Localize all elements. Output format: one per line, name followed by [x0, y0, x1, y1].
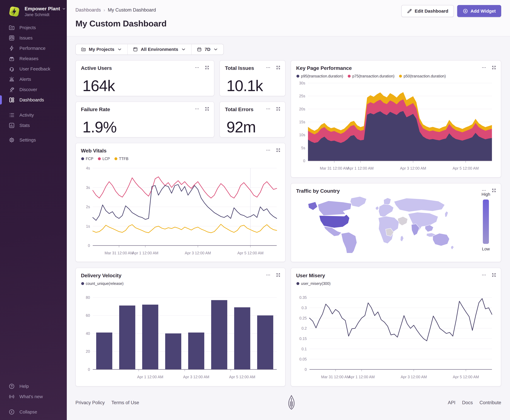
svg-text:Apr 3 12:00 AM: Apr 3 12:00 AM — [401, 375, 427, 379]
widget-expand-button[interactable] — [205, 106, 209, 111]
svg-text:Apr 1 12:00 AM: Apr 1 12:00 AM — [132, 251, 158, 255]
widget-expand-button[interactable] — [276, 106, 281, 111]
widget-menu-button[interactable] — [266, 106, 271, 111]
privacy-policy-link[interactable]: Privacy Policy — [75, 400, 105, 405]
widget-expand-button[interactable] — [276, 273, 281, 278]
widget-expand-button[interactable] — [491, 65, 496, 70]
ellipsis-icon — [266, 65, 271, 70]
sidebar-item-label: User Feedback — [19, 66, 50, 72]
legend-item-ttfb[interactable]: TTFB — [114, 157, 129, 161]
widget-expand-button[interactable] — [205, 65, 209, 70]
calendar-icon — [197, 47, 202, 52]
org-switcher[interactable]: Empower Plant Jane Schmidt — [7, 5, 66, 19]
widget-expand-button[interactable] — [276, 65, 281, 70]
sidebar-item-help[interactable]: Help — [0, 381, 67, 391]
add-widget-button[interactable]: Add Widget — [457, 5, 501, 17]
widget-expand-button[interactable] — [491, 273, 496, 278]
broadcast-icon — [8, 393, 15, 400]
sidebar-item-alerts[interactable]: Alerts — [0, 74, 67, 84]
expand-icon — [276, 273, 281, 278]
widget-menu-button[interactable] — [481, 273, 486, 278]
releases-icon — [8, 55, 15, 62]
docs-link[interactable]: Docs — [462, 400, 473, 405]
svg-text:15s: 15s — [299, 120, 305, 124]
svg-text:40: 40 — [86, 331, 90, 336]
svg-text:Apr 3 12:00 AM: Apr 3 12:00 AM — [400, 166, 426, 170]
sidebar-item-discover[interactable]: Discover — [0, 84, 67, 95]
widget-menu-button[interactable] — [481, 65, 486, 70]
legend-dot — [81, 157, 84, 160]
sidebar-item-projects[interactable]: Projects — [0, 22, 67, 33]
widget-menu-button[interactable] — [195, 106, 200, 111]
project-folder-icon — [81, 47, 86, 52]
sidebar-item-label: Releases — [19, 56, 38, 61]
time-range-filter[interactable]: 7D — [192, 44, 223, 54]
legend-item-lcp[interactable]: LCP — [98, 157, 110, 161]
project-filter[interactable]: My Projects — [76, 44, 127, 54]
svg-text:30s: 30s — [299, 81, 305, 85]
sidebar-item-label: Projects — [19, 25, 36, 30]
legend-dot — [296, 75, 299, 78]
sidebar-item-dashboards[interactable]: Dashboards — [0, 95, 67, 105]
edit-dashboard-label: Edit Dashboard — [415, 8, 448, 14]
org-name: Empower Plant — [25, 6, 60, 12]
map-canada — [318, 201, 352, 216]
api-link[interactable]: API — [448, 400, 455, 405]
widget-menu-button[interactable] — [266, 65, 271, 70]
filter-bar: My Projects All Environments 7D — [75, 44, 224, 55]
sidebar-item-releases[interactable]: Releases — [0, 53, 67, 64]
widget-expand-button[interactable] — [276, 148, 281, 153]
add-widget-label: Add Widget — [471, 8, 496, 14]
widget-menu-button[interactable] — [266, 148, 271, 153]
plus-circle-icon — [463, 8, 468, 14]
issues-icon — [8, 35, 15, 41]
svg-text:60: 60 — [86, 313, 90, 317]
legend-dot — [98, 157, 101, 160]
legend-item-p95[interactable]: p95(transaction.duration) — [296, 74, 343, 78]
sidebar-item-whats-new[interactable]: What's new — [0, 391, 67, 402]
sidebar-item-performance[interactable]: Performance — [0, 43, 67, 53]
legend-item-user-misery[interactable]: user_misery(300) — [296, 281, 331, 286]
map-southeast-asia — [425, 225, 433, 232]
sidebar-collapse-button[interactable]: Collapse — [0, 407, 67, 417]
widget-traffic-by-country: Traffic by Country — [291, 183, 501, 262]
svg-text:0.15: 0.15 — [299, 337, 307, 341]
sidebar-item-label: Collapse — [19, 409, 37, 414]
widget-title: Delivery Velocity — [81, 273, 121, 278]
svg-text:Apr 1 12:00 AM: Apr 1 12:00 AM — [348, 375, 375, 379]
environment-filter[interactable]: All Environments — [128, 44, 191, 54]
svg-text:0: 0 — [303, 159, 305, 163]
chevron-down-icon — [213, 47, 218, 52]
user-misery-chart: 00.050.10.150.20.250.30.35Mar 31 12:00 A… — [295, 292, 496, 383]
legend-item-p75[interactable]: p75(transaction.duration) — [348, 74, 394, 78]
sidebar-item-label: Dashboards — [19, 97, 44, 103]
svg-text:4s: 4s — [86, 166, 90, 170]
edit-dashboard-button[interactable]: Edit Dashboard — [401, 5, 454, 17]
widget-menu-button[interactable] — [195, 65, 200, 70]
svg-text:0: 0 — [305, 367, 307, 372]
svg-text:Apr 3 12:00 AM: Apr 3 12:00 AM — [183, 375, 209, 379]
map-europe — [378, 204, 394, 217]
sidebar-item-issues[interactable]: Issues — [0, 33, 67, 43]
legend-item-fcp[interactable]: FCP — [81, 157, 93, 161]
sidebar-item-activity[interactable]: Activity — [0, 110, 67, 120]
performance-icon — [8, 45, 15, 52]
active-indicator — [0, 95, 2, 105]
contribute-link[interactable]: Contribute — [480, 400, 501, 405]
svg-text:Apr 5 12:00 AM: Apr 5 12:00 AM — [453, 375, 479, 379]
svg-text:Mar 31 12:00 AM: Mar 31 12:00 AM — [320, 166, 349, 170]
legend-dot — [81, 282, 84, 285]
sentry-plant-logo-icon[interactable] — [287, 393, 296, 412]
terms-of-use-link[interactable]: Terms of Use — [111, 400, 139, 405]
svg-text:25s: 25s — [299, 94, 305, 98]
legend-item-p50[interactable]: p50(transaction.duration) — [399, 74, 446, 78]
breadcrumb-dashboards-link[interactable]: Dashboards — [75, 7, 101, 13]
sidebar-item-user-feedback[interactable]: User Feedback — [0, 64, 67, 74]
sidebar-item-stats[interactable]: Stats — [0, 120, 67, 131]
legend-item-count-unique-release[interactable]: count_unique(release) — [81, 281, 124, 286]
svg-text:1s: 1s — [86, 224, 90, 228]
sidebar-item-settings[interactable]: Settings — [0, 135, 67, 145]
time-range-label: 7D — [205, 47, 210, 52]
svg-text:0.35: 0.35 — [299, 295, 307, 300]
widget-menu-button[interactable] — [266, 273, 271, 278]
